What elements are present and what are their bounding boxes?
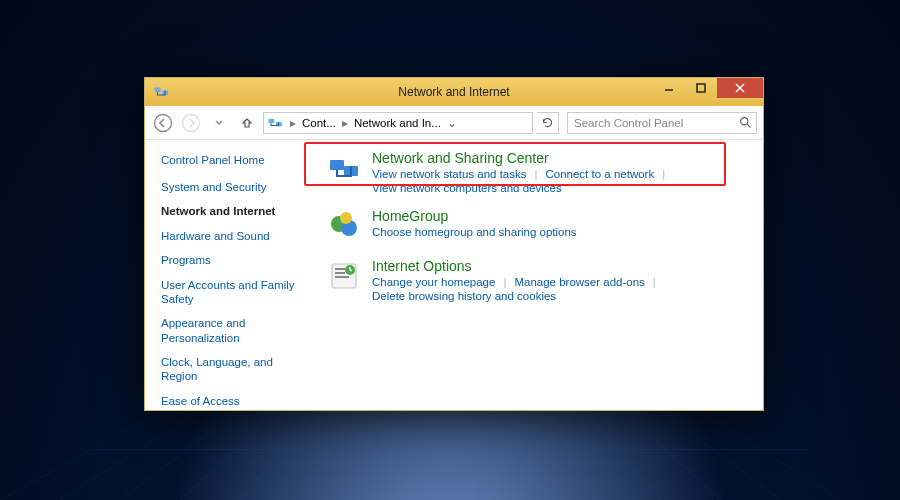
sidebar-item-7[interactable]: Ease of Access — [161, 394, 308, 408]
separator: | — [503, 276, 506, 288]
control-panel-home-link[interactable]: Control Panel Home — [161, 154, 308, 166]
navbar: ▸ Cont... ▸ Network and In... ⌄ — [145, 106, 763, 140]
breadcrumb-icon — [266, 113, 286, 133]
svg-point-7 — [183, 114, 200, 131]
breadcrumb-seg-network[interactable]: Network and In... — [350, 117, 445, 129]
search-box[interactable] — [567, 112, 757, 134]
sublink-2-2[interactable]: Delete browsing history and cookies — [372, 290, 556, 302]
sidebar-item-3[interactable]: Programs — [161, 253, 308, 267]
sidebar-item-0[interactable]: System and Security — [161, 180, 308, 194]
sublink-1-0[interactable]: Choose homegroup and sharing options — [372, 226, 577, 238]
breadcrumb[interactable]: ▸ Cont... ▸ Network and In... ⌄ — [263, 112, 533, 134]
sidebar-items: System and SecurityNetwork and InternetH… — [161, 180, 308, 408]
main-panel: Network and Sharing CenterView network s… — [320, 140, 763, 410]
up-button[interactable] — [235, 111, 259, 135]
breadcrumb-seg-control-panel[interactable]: Cont... — [298, 117, 340, 129]
sidebar-item-2[interactable]: Hardware and Sound — [161, 229, 308, 243]
svg-point-16 — [340, 212, 352, 224]
titlebar[interactable]: Network and Internet — [145, 78, 763, 106]
sidebar-item-6[interactable]: Clock, Language, and Region — [161, 355, 308, 384]
minimize-button[interactable] — [653, 78, 685, 98]
sidebar-item-4[interactable]: User Accounts and Family Safety — [161, 278, 308, 307]
svg-rect-0 — [155, 88, 161, 93]
sidebar-item-1[interactable]: Network and Internet — [161, 204, 308, 218]
category-1: HomeGroupChoose homegroup and sharing op… — [326, 208, 749, 244]
category-icon-1 — [326, 208, 362, 244]
refresh-button[interactable] — [537, 112, 559, 134]
maximize-button[interactable] — [685, 78, 717, 98]
chevron-right-icon[interactable]: ▸ — [340, 116, 350, 130]
back-button[interactable] — [151, 111, 175, 135]
svg-point-6 — [155, 114, 172, 131]
svg-line-11 — [747, 124, 750, 127]
sublink-2-1[interactable]: Manage browser add-ons — [514, 276, 644, 288]
svg-rect-20 — [335, 272, 345, 274]
app-icon — [153, 83, 171, 101]
recent-dropdown[interactable] — [207, 111, 231, 135]
sidebar-item-5[interactable]: Appearance and Personalization — [161, 316, 308, 345]
svg-rect-21 — [335, 276, 349, 278]
close-button[interactable] — [717, 78, 763, 98]
highlight-annotation — [304, 142, 726, 186]
category-title-2[interactable]: Internet Options — [372, 258, 749, 274]
search-icon[interactable] — [734, 116, 756, 129]
control-panel-window: Network and Internet ▸ Cont... ▸ Network… — [144, 77, 764, 411]
window-controls — [653, 78, 763, 98]
category-2: Internet OptionsChange your homepage|Man… — [326, 258, 749, 302]
sublink-2-0[interactable]: Change your homepage — [372, 276, 495, 288]
svg-point-10 — [740, 118, 747, 125]
category-title-1[interactable]: HomeGroup — [372, 208, 749, 224]
separator: | — [653, 276, 656, 288]
body: Control Panel Home System and SecurityNe… — [145, 140, 763, 410]
svg-rect-19 — [335, 268, 345, 270]
svg-rect-8 — [269, 118, 275, 122]
breadcrumb-dropdown-icon[interactable]: ⌄ — [445, 116, 459, 130]
search-input[interactable] — [568, 117, 734, 129]
forward-button[interactable] — [179, 111, 203, 135]
chevron-right-icon[interactable]: ▸ — [288, 116, 298, 130]
category-icon-2 — [326, 258, 362, 294]
svg-rect-3 — [697, 84, 705, 92]
window-title: Network and Internet — [398, 85, 509, 99]
sidebar: Control Panel Home System and SecurityNe… — [145, 140, 320, 410]
